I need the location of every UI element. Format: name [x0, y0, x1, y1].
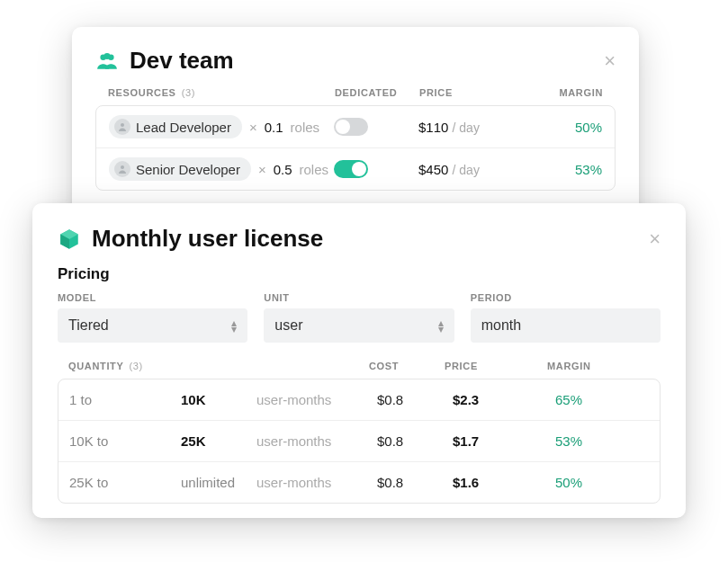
col-cost: Cost [369, 361, 441, 371]
pricing-fields: Model Tiered ▴▾ Unit user ▴▾ Period mont… [58, 292, 661, 343]
margin-value: 50% [530, 120, 602, 135]
tier-margin: 53% [555, 433, 649, 449]
unit-value: user [274, 317, 302, 334]
tier-to: 25K [181, 433, 253, 449]
tier-from: 1 to [69, 392, 177, 407]
multiply-icon: × [249, 120, 257, 135]
role-qty: 0.5 [274, 162, 292, 177]
tier-to: unlimited [181, 475, 253, 490]
role-name: Senior Developer [136, 162, 240, 177]
table-row: Lead Developer × 0.1 roles $110 / day 50… [96, 106, 615, 148]
role-pill[interactable]: Lead Developer [109, 115, 242, 138]
close-icon[interactable]: × [649, 229, 661, 249]
tier-cost: $0.8 [377, 392, 449, 407]
quantity-label: Quantity [68, 361, 124, 371]
svg-point-3 [121, 123, 124, 127]
unit-select[interactable]: user ▴▾ [264, 308, 454, 343]
pricing-label: Pricing [58, 265, 661, 283]
role-qty-unit: roles [300, 162, 329, 177]
svg-point-2 [104, 53, 111, 59]
role-pill[interactable]: Senior Developer [109, 157, 251, 181]
dedicated-toggle[interactable] [334, 160, 368, 178]
license-header: Monthly user license × [58, 225, 661, 253]
tier-from: 10K to [69, 433, 177, 449]
tier-cost: $0.8 [377, 433, 449, 449]
quantity-header-row: Quantity (3) Cost Price Margin [58, 361, 661, 379]
dev-team-title: Dev team [130, 47, 593, 75]
avatar-icon [114, 119, 130, 135]
dedicated-toggle[interactable] [334, 118, 368, 136]
svg-point-4 [121, 165, 124, 169]
chevron-updown-icon: ▴▾ [438, 320, 444, 332]
resources-label: Resources [108, 87, 176, 98]
price-unit: / day [453, 120, 480, 135]
role-qty: 0.1 [265, 120, 283, 135]
tier-unit: user-months [256, 475, 373, 490]
resources-count: (3) [182, 87, 195, 98]
price-value: $450 [418, 162, 448, 177]
dev-team-header: Dev team × [95, 47, 616, 75]
tier-unit: user-months [256, 433, 373, 449]
close-icon[interactable]: × [604, 51, 616, 71]
col-price: Price [419, 87, 527, 98]
tier-from: 25K to [69, 475, 177, 490]
model-label: Model [58, 292, 247, 303]
col-dedicated: Dedicated [335, 87, 416, 98]
table-row: 25K to unlimited user-months $0.8 $1.6 5… [58, 462, 660, 503]
period-select[interactable]: month [471, 308, 661, 343]
role-qty-unit: roles [291, 120, 320, 135]
price-value: $110 [418, 120, 448, 135]
chevron-updown-icon: ▴▾ [231, 320, 237, 332]
table-row: Senior Developer × 0.5 roles $450 / day … [96, 148, 615, 190]
tier-price: $2.3 [453, 392, 552, 407]
license-card: Monthly user license × Pricing Model Tie… [32, 203, 686, 518]
tier-margin: 65% [555, 392, 649, 407]
model-select[interactable]: Tiered ▴▾ [58, 308, 247, 343]
col-price: Price [445, 361, 544, 371]
unit-label: Unit [264, 292, 454, 303]
tier-to: 10K [181, 392, 253, 407]
tier-price: $1.6 [453, 475, 552, 490]
multiply-icon: × [258, 162, 266, 177]
col-margin: Margin [547, 361, 650, 371]
table-row: 10K to 25K user-months $0.8 $1.7 53% [58, 421, 660, 462]
avatar-icon [114, 161, 130, 177]
role-name: Lead Developer [136, 120, 231, 135]
model-value: Tiered [68, 317, 109, 334]
tier-price: $1.7 [453, 433, 552, 449]
margin-value: 53% [530, 162, 602, 177]
period-label: Period [471, 292, 661, 303]
tier-unit: user-months [256, 392, 373, 407]
table-row: 1 to 10K user-months $0.8 $2.3 65% [58, 379, 660, 421]
quantity-count: (3) [130, 361, 143, 371]
resources-header-row: Resources (3) Dedicated Price Margin [95, 87, 616, 105]
tier-cost: $0.8 [377, 475, 449, 490]
package-icon [58, 228, 81, 251]
quantity-table: 1 to 10K user-months $0.8 $2.3 65% 10K t… [58, 379, 661, 504]
resources-table: Lead Developer × 0.1 roles $110 / day 50… [95, 105, 616, 191]
license-title: Monthly user license [92, 225, 638, 253]
col-margin: Margin [531, 87, 603, 98]
tier-margin: 50% [555, 475, 649, 490]
users-icon [95, 49, 119, 73]
price-unit: / day [453, 163, 480, 177]
period-value: month [481, 317, 521, 334]
